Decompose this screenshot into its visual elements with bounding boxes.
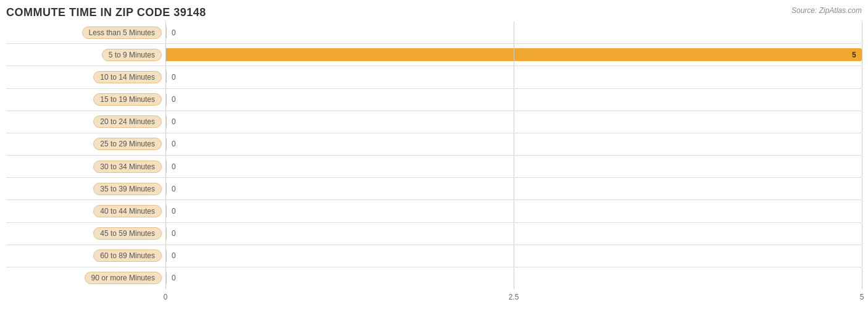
bar-row: Less than 5 Minutes0 bbox=[6, 22, 862, 44]
bar-area: 0 bbox=[165, 66, 862, 88]
bar-row: 5 to 9 Minutes5 bbox=[6, 44, 862, 66]
x-tick: 2.5 bbox=[509, 293, 519, 301]
label-container: Less than 5 Minutes bbox=[6, 27, 165, 39]
bar-value: 0 bbox=[172, 207, 176, 216]
label-container: 60 to 89 Minutes bbox=[6, 250, 165, 262]
label-container: 20 to 24 Minutes bbox=[6, 115, 165, 128]
chart-container: COMMUTE TIME IN ZIP CODE 39148 Source: Z… bbox=[0, 0, 868, 323]
bar-value: 0 bbox=[172, 274, 176, 282]
bar-label: 15 to 19 Minutes bbox=[93, 93, 162, 106]
bar-area: 0 bbox=[165, 267, 862, 289]
x-tick: 5 bbox=[860, 293, 864, 301]
bar-area: 0 bbox=[165, 156, 862, 177]
bar-area: 0 bbox=[165, 245, 862, 267]
label-container: 35 to 39 Minutes bbox=[6, 183, 165, 195]
bar-row: 90 or more Minutes0 bbox=[6, 267, 862, 289]
bar-area: 0 bbox=[165, 178, 862, 199]
bar-area: 0 bbox=[165, 22, 862, 43]
label-container: 5 to 9 Minutes bbox=[6, 49, 165, 61]
label-container: 10 to 14 Minutes bbox=[6, 71, 165, 83]
x-axis: 02.55 bbox=[165, 289, 862, 301]
bar-area: 0 bbox=[165, 133, 862, 155]
bar-row: 35 to 39 Minutes0 bbox=[6, 178, 862, 200]
bar-row: 30 to 34 Minutes0 bbox=[6, 156, 862, 178]
label-container: 25 to 29 Minutes bbox=[6, 138, 165, 150]
bar-row: 20 to 24 Minutes0 bbox=[6, 111, 862, 133]
bar-label: 90 or more Minutes bbox=[85, 272, 162, 284]
bar-label: 30 to 34 Minutes bbox=[93, 161, 162, 173]
label-container: 15 to 19 Minutes bbox=[6, 93, 165, 106]
bar-row: 45 to 59 Minutes0 bbox=[6, 223, 862, 245]
bar-label: 25 to 29 Minutes bbox=[93, 138, 162, 150]
label-container: 90 or more Minutes bbox=[6, 272, 165, 284]
bar-row: 15 to 19 Minutes0 bbox=[6, 89, 862, 111]
bar-value: 0 bbox=[172, 185, 176, 193]
bar-row: 60 to 89 Minutes0 bbox=[6, 245, 862, 267]
bar-label: Less than 5 Minutes bbox=[82, 27, 162, 39]
x-tick: 0 bbox=[164, 293, 168, 301]
bar-value: 0 bbox=[172, 117, 176, 126]
bar-area: 0 bbox=[165, 200, 862, 222]
chart-area: Less than 5 Minutes05 to 9 Minutes510 to… bbox=[6, 22, 862, 289]
bar-value: 0 bbox=[172, 28, 176, 37]
bar-label: 20 to 24 Minutes bbox=[93, 115, 162, 128]
bar-label: 40 to 44 Minutes bbox=[93, 205, 162, 217]
bar-value: 0 bbox=[172, 95, 176, 104]
bar-label: 35 to 39 Minutes bbox=[93, 183, 162, 195]
bar-value: 0 bbox=[172, 229, 176, 238]
label-container: 30 to 34 Minutes bbox=[6, 161, 165, 173]
bar-value: 0 bbox=[172, 251, 176, 260]
bar-value: 0 bbox=[172, 162, 176, 171]
label-container: 45 to 59 Minutes bbox=[6, 227, 165, 240]
source-label: Source: ZipAtlas.com bbox=[791, 6, 862, 15]
bar-label: 60 to 89 Minutes bbox=[93, 250, 162, 262]
bar-label: 10 to 14 Minutes bbox=[93, 71, 162, 83]
bar-row: 10 to 14 Minutes0 bbox=[6, 66, 862, 88]
bar-value: 0 bbox=[172, 140, 176, 148]
chart-title: COMMUTE TIME IN ZIP CODE 39148 bbox=[6, 6, 862, 19]
bar-area: 0 bbox=[165, 111, 862, 133]
bar-area: 0 bbox=[165, 223, 862, 245]
bar-row: 40 to 44 Minutes0 bbox=[6, 200, 862, 222]
bar-value: 0 bbox=[172, 73, 176, 82]
bar-label: 45 to 59 Minutes bbox=[93, 227, 162, 240]
bar-area: 5 bbox=[165, 44, 862, 65]
bar-area: 0 bbox=[165, 89, 862, 111]
bar-row: 25 to 29 Minutes0 bbox=[6, 133, 862, 156]
label-container: 40 to 44 Minutes bbox=[6, 205, 165, 217]
bar-label: 5 to 9 Minutes bbox=[102, 49, 162, 61]
